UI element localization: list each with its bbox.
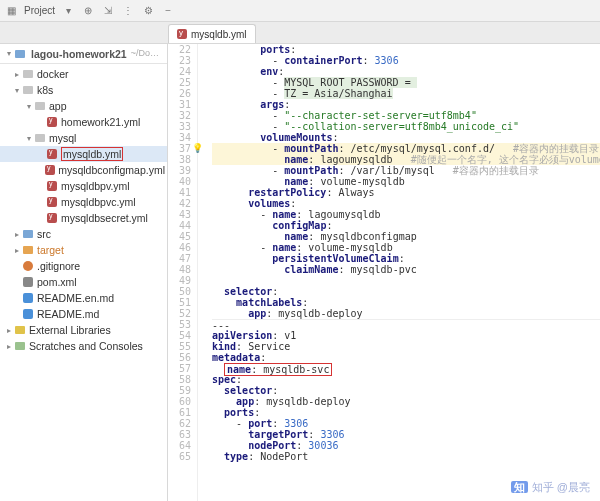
project-path: ~/Documents/Java高 (131, 47, 163, 60)
project-tree-panel: ▾ lagou-homework21 ~/Documents/Java高 ▸do… (0, 44, 168, 501)
code-area[interactable]: ports: - containerPort: 3306 env: - MYSQ… (198, 44, 600, 501)
tree-node-target[interactable]: ▸target (0, 242, 167, 258)
target-icon[interactable]: ⊕ (81, 4, 95, 18)
tree: ▸docker ▾k8s ▾app homework21.yml ▾mysql … (0, 64, 167, 356)
chevron-down-icon: ▾ (4, 49, 14, 58)
tree-node-external[interactable]: ▸External Libraries (0, 322, 167, 338)
tree-node-mysqldbconfigmap[interactable]: mysqldbconfigmap.yml (0, 162, 167, 178)
tree-node-mysqldbpv[interactable]: mysqldbpv.yml (0, 178, 167, 194)
tree-node-mysql[interactable]: ▾mysql (0, 130, 167, 146)
tree-node-mysqldbsecret[interactable]: mysqldbsecret.yml (0, 210, 167, 226)
zhihu-logo-icon: 知 (511, 481, 528, 493)
project-toolbar: ▦ Project ▾ ⊕ ⇲ ⋮ ⚙ − (0, 0, 600, 22)
code-editor[interactable]: 22232425263132333437💡3839404142434445464… (168, 44, 600, 501)
split-icon[interactable]: ⋮ (121, 4, 135, 18)
line-gutter: 22232425263132333437💡3839404142434445464… (168, 44, 198, 501)
project-folder-icon (15, 50, 25, 58)
tree-node-pom[interactable]: pom.xml (0, 274, 167, 290)
tree-node-readme[interactable]: README.md (0, 306, 167, 322)
project-root[interactable]: ▾ lagou-homework21 ~/Documents/Java高 (0, 44, 167, 64)
tree-node-mysqldb[interactable]: mysqldb.yml (0, 146, 167, 162)
tree-node-src[interactable]: ▸src (0, 226, 167, 242)
tree-node-k8s[interactable]: ▾k8s (0, 82, 167, 98)
main-area: ▾ lagou-homework21 ~/Documents/Java高 ▸do… (0, 44, 600, 501)
project-icon: ▦ (4, 4, 18, 18)
tree-node-gitignore[interactable]: .gitignore (0, 258, 167, 274)
tree-node-docker[interactable]: ▸docker (0, 66, 167, 82)
tree-node-readme-en[interactable]: README.en.md (0, 290, 167, 306)
tab-label: mysqldb.yml (191, 29, 247, 40)
tree-node-mysqldbpvc[interactable]: mysqldbpvc.yml (0, 194, 167, 210)
gear-icon[interactable]: ⚙ (141, 4, 155, 18)
project-name: lagou-homework21 (31, 48, 127, 60)
editor-tab-bar: mysqldb.yml (0, 22, 600, 44)
collapse-icon[interactable]: ⇲ (101, 4, 115, 18)
dropdown-icon[interactable]: ▾ (61, 4, 75, 18)
tree-node-app[interactable]: ▾app (0, 98, 167, 114)
tree-node-homework21[interactable]: homework21.yml (0, 114, 167, 130)
watermark: 知知乎 @晨亮 (511, 480, 590, 495)
tree-node-scratches[interactable]: ▸Scratches and Consoles (0, 338, 167, 354)
hide-icon[interactable]: − (161, 4, 175, 18)
yaml-file-icon (177, 29, 187, 39)
project-label: Project (24, 5, 55, 16)
tab-mysqldb[interactable]: mysqldb.yml (168, 24, 256, 43)
